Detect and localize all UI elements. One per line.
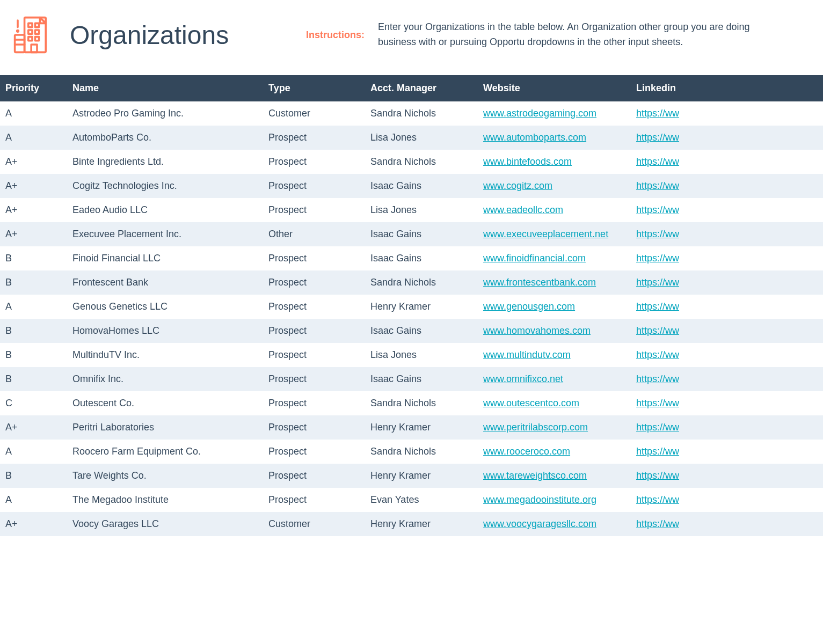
- cell-name[interactable]: Roocero Farm Equipment Co.: [67, 440, 263, 464]
- cell-manager[interactable]: Sandra Nichols: [365, 101, 478, 126]
- table-row[interactable]: COutescent Co.ProspectSandra Nicholswww.…: [0, 391, 823, 415]
- cell-name[interactable]: Eadeo Audio LLC: [67, 198, 263, 222]
- col-header-linkedin[interactable]: Linkedin: [631, 75, 823, 101]
- cell-website[interactable]: www.homovahomes.com: [478, 319, 631, 343]
- website-link[interactable]: www.finoidfinancial.com: [483, 253, 586, 264]
- cell-website[interactable]: www.astrodeogaming.com: [478, 101, 631, 126]
- cell-website[interactable]: www.tareweightsco.com: [478, 464, 631, 488]
- cell-priority[interactable]: B: [0, 246, 67, 270]
- cell-type[interactable]: Customer: [263, 512, 365, 536]
- cell-name[interactable]: Astrodeo Pro Gaming Inc.: [67, 101, 263, 126]
- linkedin-link[interactable]: https://ww: [636, 253, 679, 264]
- linkedin-link[interactable]: https://ww: [636, 108, 679, 119]
- cell-manager[interactable]: Sandra Nichols: [365, 391, 478, 415]
- linkedin-link[interactable]: https://ww: [636, 301, 679, 312]
- cell-website[interactable]: www.eadeollc.com: [478, 198, 631, 222]
- table-row[interactable]: A+Peritri LaboratoriesProspectHenry Kram…: [0, 415, 823, 440]
- cell-website[interactable]: www.finoidfinancial.com: [478, 246, 631, 270]
- cell-type[interactable]: Customer: [263, 101, 365, 126]
- linkedin-link[interactable]: https://ww: [636, 494, 679, 505]
- cell-manager[interactable]: Sandra Nichols: [365, 150, 478, 174]
- cell-website[interactable]: www.cogitz.com: [478, 174, 631, 198]
- cell-manager[interactable]: Evan Yates: [365, 488, 478, 512]
- cell-name[interactable]: AutomboParts Co.: [67, 126, 263, 150]
- cell-linkedin[interactable]: https://ww: [631, 319, 823, 343]
- cell-website[interactable]: www.multindutv.com: [478, 343, 631, 367]
- cell-linkedin[interactable]: https://ww: [631, 126, 823, 150]
- cell-priority[interactable]: A: [0, 295, 67, 319]
- cell-manager[interactable]: Isaac Gains: [365, 367, 478, 391]
- website-link[interactable]: www.outescentco.com: [483, 398, 579, 408]
- cell-manager[interactable]: Isaac Gains: [365, 319, 478, 343]
- cell-website[interactable]: www.megadooinstitute.org: [478, 488, 631, 512]
- website-link[interactable]: www.automboparts.com: [483, 132, 586, 143]
- cell-name[interactable]: Outescent Co.: [67, 391, 263, 415]
- cell-name[interactable]: HomovaHomes LLC: [67, 319, 263, 343]
- cell-type[interactable]: Prospect: [263, 198, 365, 222]
- cell-type[interactable]: Prospect: [263, 126, 365, 150]
- website-link[interactable]: www.genousgen.com: [483, 301, 575, 312]
- cell-priority[interactable]: B: [0, 343, 67, 367]
- cell-manager[interactable]: Lisa Jones: [365, 343, 478, 367]
- cell-type[interactable]: Prospect: [263, 270, 365, 295]
- linkedin-link[interactable]: https://ww: [636, 518, 679, 529]
- cell-website[interactable]: www.execuveeplacement.net: [478, 222, 631, 246]
- table-row[interactable]: AAutomboParts Co.ProspectLisa Joneswww.a…: [0, 126, 823, 150]
- table-row[interactable]: BFinoid Financial LLCProspectIsaac Gains…: [0, 246, 823, 270]
- cell-website[interactable]: www.outescentco.com: [478, 391, 631, 415]
- col-header-name[interactable]: Name: [67, 75, 263, 101]
- cell-priority[interactable]: A: [0, 488, 67, 512]
- cell-website[interactable]: www.peritrilabscorp.com: [478, 415, 631, 440]
- cell-linkedin[interactable]: https://ww: [631, 174, 823, 198]
- website-link[interactable]: www.cogitz.com: [483, 180, 552, 191]
- cell-linkedin[interactable]: https://ww: [631, 222, 823, 246]
- linkedin-link[interactable]: https://ww: [636, 398, 679, 408]
- cell-linkedin[interactable]: https://ww: [631, 198, 823, 222]
- cell-name[interactable]: Execuvee Placement Inc.: [67, 222, 263, 246]
- cell-manager[interactable]: Isaac Gains: [365, 174, 478, 198]
- cell-priority[interactable]: B: [0, 464, 67, 488]
- cell-name[interactable]: Finoid Financial LLC: [67, 246, 263, 270]
- table-row[interactable]: BOmnifix Inc.ProspectIsaac Gainswww.omni…: [0, 367, 823, 391]
- cell-type[interactable]: Prospect: [263, 488, 365, 512]
- cell-linkedin[interactable]: https://ww: [631, 464, 823, 488]
- cell-type[interactable]: Prospect: [263, 174, 365, 198]
- website-link[interactable]: www.omnifixco.net: [483, 374, 563, 384]
- linkedin-link[interactable]: https://ww: [636, 446, 679, 457]
- table-row[interactable]: A+Eadeo Audio LLCProspectLisa Joneswww.e…: [0, 198, 823, 222]
- cell-linkedin[interactable]: https://ww: [631, 270, 823, 295]
- linkedin-link[interactable]: https://ww: [636, 470, 679, 481]
- cell-priority[interactable]: A+: [0, 198, 67, 222]
- linkedin-link[interactable]: https://ww: [636, 156, 679, 167]
- table-row[interactable]: BMultinduTV Inc.ProspectLisa Joneswww.mu…: [0, 343, 823, 367]
- cell-name[interactable]: Cogitz Technologies Inc.: [67, 174, 263, 198]
- cell-type[interactable]: Prospect: [263, 440, 365, 464]
- cell-website[interactable]: www.voocygaragesllc.com: [478, 512, 631, 536]
- linkedin-link[interactable]: https://ww: [636, 229, 679, 239]
- cell-priority[interactable]: A: [0, 126, 67, 150]
- cell-priority[interactable]: A+: [0, 222, 67, 246]
- table-row[interactable]: BHomovaHomes LLCProspectIsaac Gainswww.h…: [0, 319, 823, 343]
- cell-manager[interactable]: Henry Kramer: [365, 295, 478, 319]
- cell-name[interactable]: Binte Ingredients Ltd.: [67, 150, 263, 174]
- website-link[interactable]: www.astrodeogaming.com: [483, 108, 596, 119]
- cell-priority[interactable]: A+: [0, 150, 67, 174]
- cell-priority[interactable]: B: [0, 319, 67, 343]
- cell-manager[interactable]: Henry Kramer: [365, 464, 478, 488]
- cell-type[interactable]: Prospect: [263, 246, 365, 270]
- cell-type[interactable]: Prospect: [263, 150, 365, 174]
- website-link[interactable]: www.homovahomes.com: [483, 325, 591, 336]
- table-row[interactable]: A+Execuvee Placement Inc.OtherIsaac Gain…: [0, 222, 823, 246]
- linkedin-link[interactable]: https://ww: [636, 374, 679, 384]
- table-row[interactable]: BFrontescent BankProspectSandra Nicholsw…: [0, 270, 823, 295]
- linkedin-link[interactable]: https://ww: [636, 349, 679, 360]
- cell-priority[interactable]: A: [0, 101, 67, 126]
- cell-name[interactable]: Genous Genetics LLC: [67, 295, 263, 319]
- table-row[interactable]: AThe Megadoo InstituteProspectEvan Yates…: [0, 488, 823, 512]
- cell-linkedin[interactable]: https://ww: [631, 367, 823, 391]
- linkedin-link[interactable]: https://ww: [636, 132, 679, 143]
- linkedin-link[interactable]: https://ww: [636, 204, 679, 215]
- website-link[interactable]: www.voocygaragesllc.com: [483, 518, 596, 529]
- cell-name[interactable]: Peritri Laboratories: [67, 415, 263, 440]
- cell-linkedin[interactable]: https://ww: [631, 440, 823, 464]
